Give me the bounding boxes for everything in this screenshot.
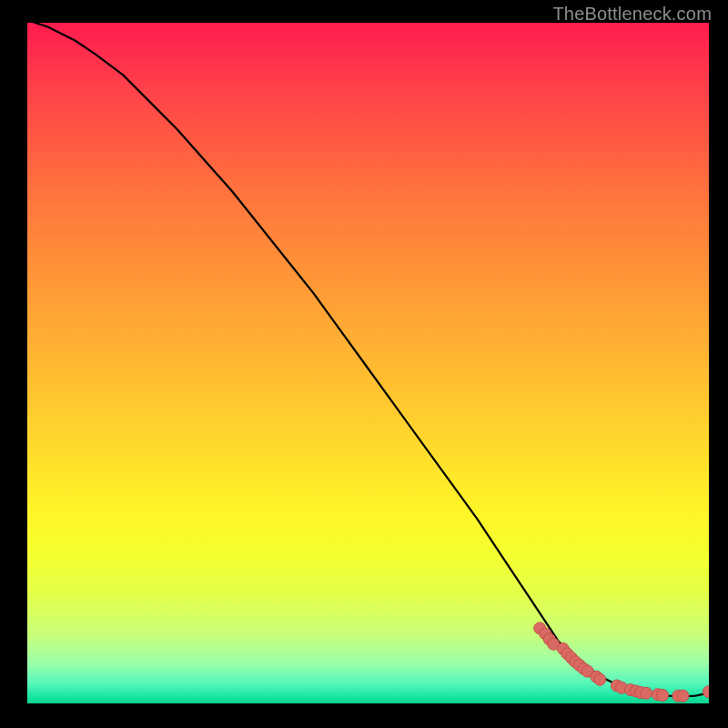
- watermark-text: TheBottleneck.com: [552, 4, 712, 25]
- data-point: [677, 690, 689, 702]
- chart-overlay: [27, 20, 709, 703]
- scatter-points: [534, 622, 709, 702]
- plot-area: [27, 20, 709, 703]
- data-point: [641, 687, 652, 699]
- chart-stage: TheBottleneck.com: [0, 0, 728, 728]
- curve-line: [27, 20, 709, 697]
- data-point: [703, 686, 710, 698]
- data-point: [594, 673, 606, 685]
- data-point: [657, 690, 669, 702]
